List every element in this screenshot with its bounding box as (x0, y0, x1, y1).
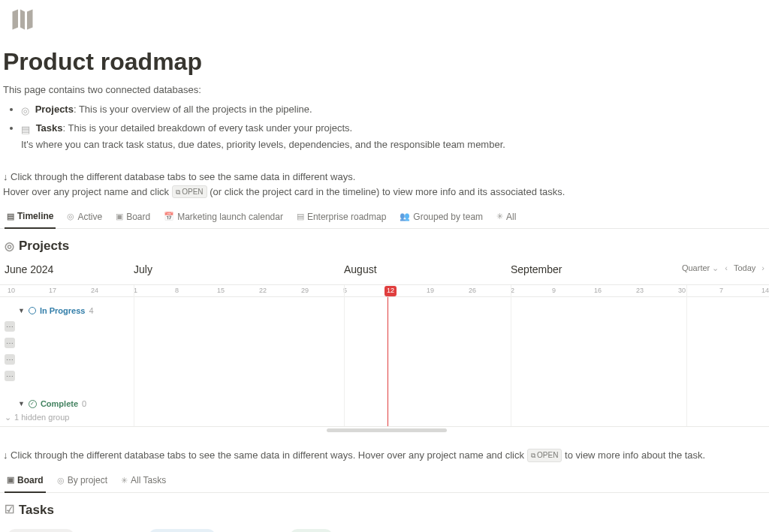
projects-tab-marketing-launch-calendar[interactable]: 📅Marketing launch calendar (161, 206, 285, 228)
projects-tab-timeline[interactable]: ▤Timeline (5, 206, 56, 229)
board-icon: ▣ (116, 210, 123, 223)
sparkle-icon: ✳ (121, 474, 128, 487)
tasks-tab-by-project[interactable]: ◎By project (55, 470, 110, 492)
timeline-body[interactable]: 10172418152229512192629162330714 ⌄ 1 hid… (0, 284, 769, 427)
hint-1: ↓ Click through the different database t… (0, 155, 769, 203)
tasks-tab-all-tasks[interactable]: ✳All Tasks (119, 470, 168, 492)
projects-title[interactable]: ◎ Projects (0, 229, 769, 259)
chevron-down-icon: ⌄ (712, 263, 719, 272)
target-icon: ◎ (21, 104, 29, 119)
expand-row-button[interactable]: ⋯ (5, 354, 15, 365)
today-line (388, 297, 388, 426)
expand-row-button[interactable]: ⋯ (5, 321, 15, 332)
projects-tab-active[interactable]: ◎Active (65, 206, 104, 228)
intro-text: This page contains two connected databas… (0, 83, 769, 98)
date-tick: 17 (49, 286, 56, 296)
prev-button[interactable]: ‹ (725, 262, 728, 275)
date-tick: 26 (469, 286, 476, 296)
status-icon (29, 307, 36, 314)
projects-tab-enterprise-roadmap[interactable]: ▤Enterprise roadmap (294, 206, 388, 228)
column-done[interactable]: Done 4 (290, 528, 424, 532)
today-marker: 12 (384, 286, 397, 296)
timeline-icon: ▤ (297, 210, 304, 223)
group-complete[interactable]: ▼✓Complete 0 (18, 398, 86, 410)
date-tick: 7 (719, 286, 723, 296)
caret-icon: ▼ (18, 306, 25, 317)
month-label: August (344, 262, 377, 278)
map-icon (6, 23, 39, 35)
target-icon: ◎ (57, 474, 65, 487)
scrollbar[interactable] (327, 428, 447, 432)
calendar-icon: 📅 (164, 210, 174, 223)
date-tick: 30 (678, 286, 686, 296)
date-tick: 9 (552, 286, 556, 296)
projects-tab-all[interactable]: ✳All (494, 206, 518, 228)
people-icon: 👥 (400, 210, 410, 223)
page-icon[interactable] (0, 0, 769, 38)
check-icon: ☑ (5, 501, 14, 518)
bullet-projects: ◎ Projects: This is your overview of all… (21, 102, 769, 119)
group-in-progress[interactable]: ▼In Progress 4 (18, 305, 94, 317)
bullet-tasks: ▤ Tasks: This is your detailed breakdown… (21, 121, 769, 152)
tasks-tab-board[interactable]: ▣Board (5, 470, 46, 493)
month-label: July (134, 262, 152, 278)
date-tick: 22 (259, 286, 267, 296)
date-tick: 15 (217, 286, 225, 296)
hint-2: ↓ Click through the different database t… (0, 427, 769, 467)
date-tick: 23 (636, 286, 644, 296)
expand-row-button[interactable]: ⋯ (5, 338, 15, 348)
status-pill[interactable]: Not Started (8, 529, 74, 533)
timeline-icon: ▤ (7, 210, 14, 223)
column-in-progress[interactable]: In Progress 2 (149, 528, 282, 532)
date-tick: 16 (594, 286, 602, 296)
column-not-started[interactable]: Not Started 12 (8, 528, 141, 532)
check-icon: ✓ (29, 400, 37, 408)
open-badge: OPEN (172, 185, 207, 199)
projects-tab-grouped-by-team[interactable]: 👥Grouped by team (397, 206, 485, 228)
projects-tab-board[interactable]: ▣Board (113, 206, 152, 228)
next-button[interactable]: › (761, 262, 764, 275)
expand-row-button[interactable]: ⋯ (5, 371, 15, 381)
tasks-title[interactable]: ☑ Tasks (0, 493, 769, 523)
open-badge: OPEN (527, 449, 562, 462)
date-tick: 24 (91, 286, 98, 296)
tasks-tabs: ▣Board◎By project✳All Tasks (0, 467, 769, 493)
status-pill[interactable]: In Progress (149, 529, 216, 533)
date-tick: 29 (301, 286, 309, 296)
board-icon: ▣ (7, 473, 14, 486)
date-tick: 19 (427, 286, 434, 296)
caret-icon: ▼ (18, 399, 25, 410)
month-label: September (511, 262, 562, 278)
sparkle-icon: ✳ (496, 210, 503, 223)
date-tick: 14 (761, 286, 769, 296)
projects-tabs: ▤Timeline◎Active▣Board📅Marketing launch … (0, 203, 769, 229)
board-icon: ▤ (21, 122, 30, 137)
status-pill[interactable]: Done (290, 529, 333, 533)
page-title[interactable]: Product roadmap (0, 38, 769, 83)
hidden-group[interactable]: ⌄ 1 hidden group (5, 411, 69, 424)
chevron-down-icon: ⌄ (5, 411, 11, 424)
target-icon: ◎ (5, 238, 14, 255)
month-label: June 2024 (5, 262, 53, 278)
target-icon: ◎ (67, 210, 74, 223)
date-tick: 8 (175, 286, 179, 296)
date-tick: 10 (8, 286, 15, 296)
scale-selector[interactable]: Quarter ⌄ (682, 262, 719, 275)
today-button[interactable]: Today (734, 262, 755, 275)
